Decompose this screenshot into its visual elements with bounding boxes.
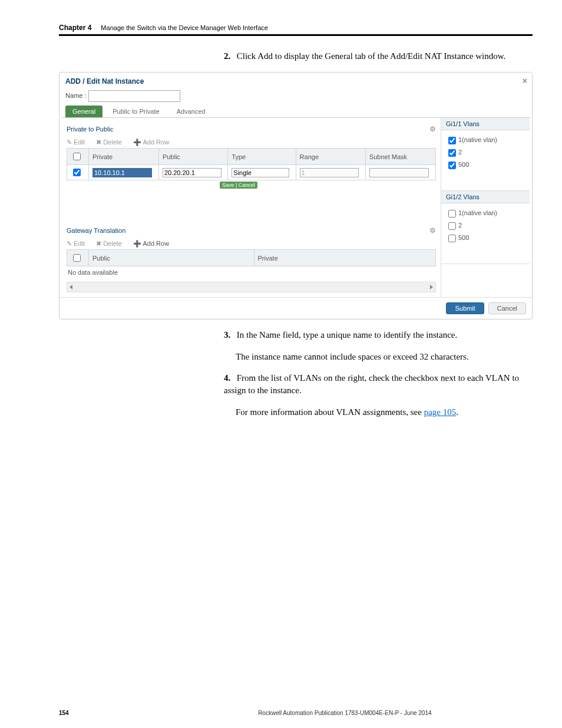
private-to-public-title: Private to Public ⚙ — [67, 125, 436, 133]
col-public: Public — [89, 250, 254, 266]
gateway-table: Public Private — [67, 249, 436, 266]
name-input[interactable] — [88, 90, 180, 102]
gi12-vlan-list: 1(native vlan) 2 500 — [441, 203, 530, 264]
cancel-button[interactable]: Cancel — [488, 302, 526, 314]
vlan-panel: Gi1/1 Vlans 1(native vlan) 2 500 Gi1/2 V… — [441, 118, 530, 297]
vlan-item[interactable]: 1(native vlan) — [446, 208, 525, 219]
vlan-label: 1(native vlan) — [458, 136, 497, 143]
main-panel: Private to Public ⚙ ✎ Edit ✖ Delete ➕ Ad… — [62, 118, 441, 297]
step-4: 4. From the list of VLANs on the right, … — [224, 372, 533, 397]
col-checkbox — [67, 250, 89, 266]
addrow-label: Add Row — [143, 139, 169, 146]
type-input[interactable] — [232, 168, 289, 177]
chapter-label: Chapter 4 — [59, 24, 91, 32]
gateway-translation-title: Gateway Translation ⚙ — [67, 226, 436, 235]
tab-public-to-private[interactable]: Public to Private — [105, 106, 166, 117]
tab-general[interactable]: General — [65, 106, 103, 117]
submit-button[interactable]: Submit — [446, 302, 484, 314]
vlan-item[interactable]: 2 — [446, 147, 525, 159]
gateway-toolbar: ✎ Edit ✖ Delete ➕ Add Row — [67, 238, 436, 249]
vlan-checkbox[interactable] — [448, 222, 456, 230]
row-checkbox[interactable] — [73, 169, 81, 176]
dialog-title: ADD / Edit Nat Instance — [65, 77, 144, 85]
name-row: Name : — [59, 88, 532, 106]
vlan-checkbox[interactable] — [448, 235, 456, 242]
vlan-checkbox[interactable] — [448, 162, 456, 169]
gi12-vlans-header: Gi1/2 Vlans — [441, 191, 530, 203]
col-subnet: Subnet Mask — [365, 149, 435, 165]
private-input[interactable] — [92, 168, 152, 177]
step-number: 4. — [224, 372, 234, 384]
vlan-item[interactable]: 2 — [446, 220, 525, 232]
edit-label: Edit — [74, 240, 85, 247]
edit-label: Edit — [74, 139, 85, 146]
gear-icon[interactable]: ⚙ — [429, 125, 436, 133]
header-checkbox[interactable] — [73, 153, 81, 160]
close-icon[interactable]: × — [523, 76, 527, 85]
col-public: Public — [158, 149, 227, 165]
dialog-footer: Submit Cancel — [59, 297, 532, 319]
delete-button[interactable]: ✖ Delete — [96, 139, 127, 146]
vlan-label: 500 — [458, 234, 469, 241]
save-cancel-pill[interactable]: Save | Cancel — [220, 182, 257, 189]
vlan-item[interactable]: 1(native vlan) — [446, 135, 525, 146]
add-row-button[interactable]: ➕ Add Row — [133, 240, 174, 247]
table-row[interactable] — [67, 165, 436, 180]
add-edit-nat-dialog: ADD / Edit Nat Instance × Name : General… — [59, 72, 533, 319]
step-number: 2. — [224, 50, 234, 62]
p2p-toolbar: ✎ Edit ✖ Delete ➕ Add Row — [67, 137, 436, 148]
name-label: Name : — [65, 92, 86, 99]
step-body: Click Add to display the General tab of … — [237, 51, 506, 61]
vlan-item[interactable]: 500 — [446, 160, 525, 171]
dialog-title-bar: ADD / Edit Nat Instance × — [59, 73, 532, 88]
add-row-button[interactable]: ➕ Add Row — [133, 139, 174, 146]
step-number: 3. — [224, 329, 234, 341]
vlan-label: 1(native vlan) — [458, 209, 497, 216]
subnet-input — [369, 168, 429, 177]
page-link[interactable]: page 105 — [424, 407, 457, 417]
col-private: Private — [254, 250, 435, 266]
step-3: 3. In the Name field, type a unique name… — [224, 329, 533, 341]
vlan-label: 500 — [458, 161, 469, 168]
vlan-label: 2 — [458, 149, 462, 156]
tab-advanced[interactable]: Advanced — [170, 106, 213, 117]
section-label: Private to Public — [67, 126, 113, 133]
vlan-checkbox[interactable] — [448, 210, 456, 218]
tab-bar: General Public to Private Advanced — [59, 106, 532, 117]
header-checkbox[interactable] — [73, 254, 81, 262]
col-private: Private — [89, 149, 159, 165]
vlan-checkbox[interactable] — [448, 149, 456, 157]
edit-button[interactable]: ✎ Edit — [67, 139, 90, 146]
col-range: Range — [296, 149, 365, 165]
gear-icon[interactable]: ⚙ — [429, 226, 436, 235]
dialog-body: Private to Public ⚙ ✎ Edit ✖ Delete ➕ Ad… — [62, 117, 530, 297]
step-body: In the Name field, type a unique name to… — [237, 330, 457, 340]
chapter-title: Manage the Switch via the Device Manager… — [101, 24, 268, 31]
addrow-label: Add Row — [143, 240, 169, 247]
vlan-checkbox[interactable] — [448, 137, 456, 144]
step-3-sub: The instance name cannot include spaces … — [236, 351, 533, 363]
delete-label: Delete — [103, 139, 122, 146]
gi11-vlan-list: 1(native vlan) 2 500 — [441, 130, 530, 191]
no-data-label: No data available — [67, 266, 436, 278]
step-4-sub: For more information about VLAN assignme… — [236, 406, 533, 419]
delete-label: Delete — [103, 240, 122, 247]
horizontal-scrollbar[interactable] — [67, 282, 436, 292]
range-input — [300, 168, 359, 177]
private-to-public-table: Private Public Type Range Subnet Mask — [67, 148, 436, 180]
edit-button[interactable]: ✎ Edit — [67, 240, 90, 247]
step-4-sub-prefix: For more information about VLAN assignme… — [236, 407, 424, 417]
step-2: 2. Click Add to display the General tab … — [224, 50, 533, 62]
vlan-item[interactable]: 500 — [446, 233, 525, 244]
col-type: Type — [228, 149, 296, 165]
vlan-label: 2 — [458, 222, 462, 229]
gi11-vlans-header: Gi1/1 Vlans — [441, 118, 530, 130]
col-checkbox — [67, 149, 89, 165]
delete-button[interactable]: ✖ Delete — [96, 240, 127, 247]
section-label: Gateway Translation — [67, 227, 125, 234]
step-body: From the list of VLANs on the right, che… — [224, 373, 519, 395]
step-4-sub-suffix: . — [456, 407, 458, 417]
page-header: Chapter 4 Manage the Switch via the Devi… — [59, 24, 533, 36]
public-input[interactable] — [163, 168, 222, 177]
